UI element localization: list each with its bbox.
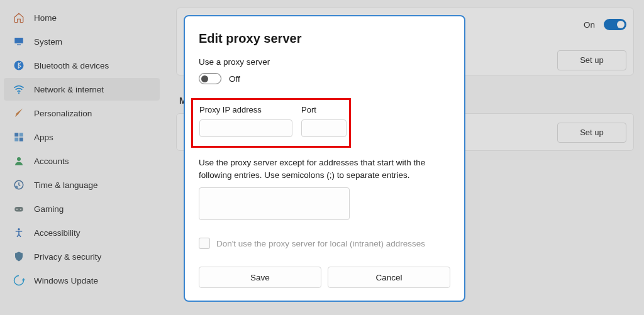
svg-point-2 [14,61,24,70]
system-icon [13,35,25,48]
sidebar-item-network[interactable]: Network & internet [4,78,160,101]
accessibility-icon [13,226,25,239]
except-textarea[interactable] [199,187,350,220]
home-icon [13,11,25,24]
port-field-group: Port [301,105,347,137]
local-checkbox-label: Don't use the proxy server for local (in… [216,239,425,248]
time-icon [13,179,25,191]
local-checkbox-row: Don't use the proxy server for local (in… [199,238,450,249]
proxy-ip-input[interactable] [199,119,292,137]
svg-point-10 [15,186,18,189]
sidebar-item-privacy[interactable]: Privacy & security [4,245,160,268]
toggle-on-icon[interactable] [604,19,626,30]
sidebar-item-gaming[interactable]: Gaming [4,197,160,220]
ip-port-row: Proxy IP address Port [199,105,343,137]
sidebar-item-accounts[interactable]: Accounts [4,150,160,172]
svg-rect-11 [14,207,23,212]
sidebar-item-label: Privacy & security [34,252,101,262]
dialog-button-row: Save Cancel [199,267,450,288]
sidebar-item-label: Time & language [34,180,98,190]
sidebar-item-accessibility[interactable]: Accessibility [4,221,160,244]
sidebar-item-label: Bluetooth & devices [34,61,109,70]
shield-icon [13,250,25,263]
sidebar-item-home[interactable]: Home [4,6,160,29]
proxy-toggle[interactable] [199,73,221,84]
svg-point-8 [17,157,21,161]
sidebar-item-label: Windows Update [34,276,98,285]
svg-rect-1 [17,45,21,46]
svg-point-13 [20,209,21,210]
svg-rect-5 [19,133,23,136]
dialog-title: Edit proxy server [199,31,450,46]
use-proxy-label: Use a proxy server [199,57,450,67]
port-label: Port [301,105,347,114]
sidebar-item-label: System [34,37,62,47]
setup-button-2[interactable]: Set up [557,123,626,143]
brush-icon [13,107,25,119]
highlight-annotation: Proxy IP address Port [191,98,351,148]
proxy-toggle-row: Off [199,73,450,84]
sidebar-item-label: Accessibility [34,228,80,238]
sidebar-item-bluetooth[interactable]: Bluetooth & devices [4,54,160,77]
gaming-icon [13,202,25,215]
sidebar-item-label: Gaming [34,204,64,214]
svg-rect-4 [14,133,18,136]
edit-proxy-dialog: Edit proxy server Use a proxy server Off… [184,15,465,302]
proxy-port-input[interactable] [301,119,347,137]
on-label: On [584,20,595,30]
svg-point-12 [16,209,18,210]
svg-point-14 [18,228,19,230]
sidebar-item-time[interactable]: Time & language [4,174,160,196]
except-label: Use the proxy server except for addresse… [199,157,450,181]
ip-field-group: Proxy IP address [199,105,292,137]
bluetooth-icon [13,59,25,72]
sidebar-item-system[interactable]: System [4,30,160,53]
svg-point-3 [18,92,19,94]
sidebar-item-update[interactable]: Windows Update [4,269,160,292]
apps-icon [13,131,25,143]
setup-button-1[interactable]: Set up [557,50,626,70]
ip-label: Proxy IP address [199,105,292,114]
svg-rect-6 [14,138,18,141]
account-icon [13,155,25,167]
sidebar-item-label: Network & internet [34,85,104,94]
svg-rect-7 [19,138,23,141]
svg-rect-0 [14,38,23,43]
local-checkbox[interactable] [199,238,210,249]
sidebar-item-label: Home [34,13,57,23]
proxy-toggle-state: Off [229,74,240,84]
sidebar-item-label: Personalization [34,109,92,118]
sidebar-item-personalization[interactable]: Personalization [4,102,160,124]
save-button[interactable]: Save [199,267,321,288]
update-icon [13,274,25,287]
sidebar-item-label: Accounts [34,157,69,166]
wifi-icon [13,83,25,96]
settings-sidebar: Home System Bluetooth & devices Network … [0,0,164,298]
toggle-row: On [584,19,626,30]
sidebar-item-apps[interactable]: Apps [4,126,160,148]
sidebar-item-label: Apps [34,133,53,142]
cancel-button[interactable]: Cancel [328,267,450,288]
